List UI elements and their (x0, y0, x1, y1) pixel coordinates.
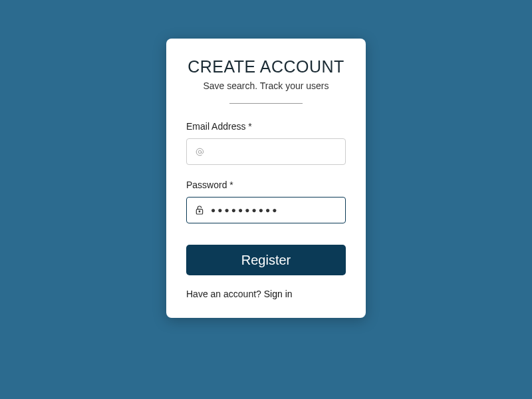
svg-point-0 (198, 150, 201, 153)
email-input[interactable] (211, 146, 338, 157)
password-input[interactable]: ●●●●●●●●●● (211, 205, 338, 215)
signin-prompt-text: Have an account? (186, 289, 264, 299)
email-field-group: Email Address * (186, 121, 346, 165)
registration-form: Email Address * Password * (186, 121, 346, 299)
password-field-group: Password * ●●●●●●●●●● (186, 180, 346, 223)
svg-point-2 (199, 211, 200, 212)
register-button[interactable]: Register (186, 245, 346, 275)
signin-link[interactable]: Sign in (264, 289, 293, 299)
email-label: Email Address * (186, 121, 346, 132)
at-icon (194, 146, 205, 158)
card-subtitle: Save search. Track your users (203, 80, 329, 91)
signin-prompt-row: Have an account? Sign in (186, 289, 346, 299)
create-account-card: CREATE ACCOUNT Save search. Track your u… (166, 39, 366, 318)
divider (229, 103, 303, 104)
email-input-wrap[interactable] (186, 138, 346, 165)
password-label: Password * (186, 180, 346, 190)
lock-icon (194, 204, 205, 216)
card-title: CREATE ACCOUNT (188, 57, 344, 76)
password-input-wrap[interactable]: ●●●●●●●●●● (186, 197, 346, 223)
